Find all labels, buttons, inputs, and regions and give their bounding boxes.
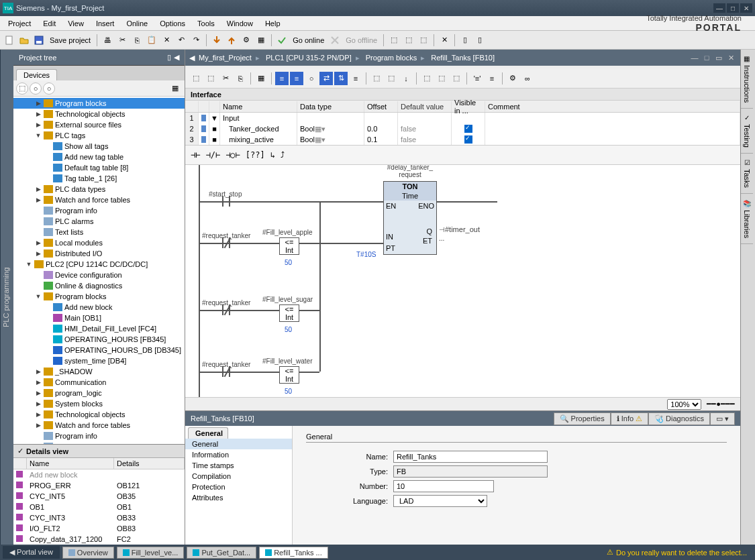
et15-icon[interactable]: ⬚: [420, 72, 434, 85]
menu-view[interactable]: View: [62, 18, 89, 29]
tree-node[interactable]: ▼Program blocks: [13, 291, 185, 302]
tree-node[interactable]: Show all tags: [13, 141, 185, 152]
details-row[interactable]: I/O_FLT2OB83: [13, 523, 185, 534]
interface-row[interactable]: 2■ Tanker_dockedBool ▦▾0.0false: [185, 123, 740, 134]
ed-max-icon[interactable]: □: [701, 53, 712, 62]
tree-node[interactable]: Program info: [13, 431, 185, 441]
tree-node[interactable]: ▼PLC2 [CPU 1214C DC/DC/DC]: [13, 259, 185, 270]
menu-insert[interactable]: Insert: [91, 18, 120, 29]
menu-options[interactable]: Options: [154, 18, 191, 29]
menu-project[interactable]: Project: [3, 18, 36, 29]
lad-coil[interactable]: ⊣○⊢: [225, 150, 240, 160]
t3-icon[interactable]: ⬚: [417, 34, 430, 47]
side-tab-testing[interactable]: ✓ Testing: [741, 109, 753, 154]
doc-refill-tanks[interactable]: Refill_Tanks ...: [259, 547, 328, 559]
tree-node[interactable]: ▼PLC tags: [13, 130, 185, 141]
details-row[interactable]: Add new block: [13, 469, 185, 480]
tree-opt-icon[interactable]: ▦: [168, 82, 182, 95]
collapse-icon[interactable]: ▯: [167, 53, 171, 62]
side-tab-tasks[interactable]: ☑ Tasks: [741, 154, 753, 194]
tab-info[interactable]: ℹInfo⚠: [611, 412, 648, 425]
left-vertical-tab[interactable]: PLC programming: [0, 50, 13, 545]
delete-icon[interactable]: ✕: [160, 34, 173, 47]
side-tab-libraries[interactable]: 📚 Libraries: [741, 194, 753, 244]
tree-node[interactable]: ▶program_logic: [13, 388, 185, 398]
et7-icon[interactable]: ≡: [290, 72, 303, 85]
nav-up-icon[interactable]: ○: [30, 82, 42, 95]
details-row[interactable]: CYC_INT3OB33: [13, 512, 185, 523]
contact-req-tanker-2[interactable]: [222, 304, 230, 315]
t4-icon[interactable]: ✕: [438, 34, 451, 47]
tree-node[interactable]: HMI_Detail_Fill_Level [FC4]: [13, 323, 185, 334]
tree-node[interactable]: ▶PLC data types: [13, 184, 185, 194]
print-icon[interactable]: 🖶: [101, 34, 114, 47]
et18-icon[interactable]: '≡': [470, 72, 484, 85]
tree-node[interactable]: Device configuration: [13, 270, 185, 280]
tree-node[interactable]: PLC alarms: [13, 216, 185, 227]
tree-node[interactable]: ▶Watch and force tables: [13, 194, 185, 205]
et4-icon[interactable]: ⎘: [234, 72, 247, 85]
tree-node[interactable]: ▶_SHADOW: [13, 366, 185, 377]
devices-tab[interactable]: Devices: [16, 69, 57, 80]
interface-row[interactable]: 1▼Input: [185, 113, 740, 123]
nav-fwd-icon[interactable]: ○: [43, 82, 55, 95]
ton-block[interactable]: TON Time ENENO Q ET IN PT: [383, 181, 437, 255]
tree-node[interactable]: OPERATING_HOURS [FB345]: [13, 334, 185, 345]
side-tab-instructions[interactable]: ▦ Instructions: [741, 50, 753, 109]
details-row[interactable]: CYC_INT5OB35: [13, 491, 185, 502]
language-select[interactable]: LAD: [393, 495, 487, 507]
tree-node[interactable]: ▶Local modules: [13, 237, 185, 248]
nav-timestamps[interactable]: Time stamps: [185, 460, 292, 471]
new-icon[interactable]: [3, 34, 16, 47]
tree-node[interactable]: Program info: [13, 205, 185, 216]
nav-general[interactable]: General: [185, 439, 292, 449]
arrow-left-icon[interactable]: ◀: [174, 53, 179, 62]
tree-node[interactable]: OPERATING_HOURS_DB [DB345]: [13, 345, 185, 355]
zoom-slider[interactable]: ━━●━━━: [707, 400, 735, 408]
menu-window[interactable]: Window: [221, 18, 258, 29]
tool2-icon[interactable]: ▦: [254, 34, 268, 47]
tree-node[interactable]: ▶Communication: [13, 377, 185, 388]
et1-icon[interactable]: ⬚: [189, 72, 203, 85]
tree-node[interactable]: system_time [DB4]: [13, 355, 185, 366]
go-online-button[interactable]: Go online: [290, 36, 327, 44]
lad-no-contact[interactable]: ⊣⊢: [191, 150, 200, 160]
nav-information[interactable]: Information: [185, 449, 292, 460]
tree-node[interactable]: Default tag table [8]: [13, 162, 185, 173]
tab-collapse[interactable]: ▭ ▾: [710, 412, 735, 425]
lad-box[interactable]: [??]: [246, 150, 265, 160]
number-field[interactable]: [393, 480, 494, 492]
et19-icon[interactable]: ≡: [485, 72, 499, 85]
t1-icon[interactable]: ⬚: [387, 34, 401, 47]
et10-icon[interactable]: ⇅: [334, 72, 348, 85]
details-row[interactable]: PROG_ERROB121: [13, 480, 185, 491]
t2-icon[interactable]: ⬚: [402, 34, 415, 47]
interface-row[interactable]: 3■ mixing_activeBool ▦▾0.1false: [185, 134, 740, 145]
compare-water[interactable]: <=Int: [279, 366, 299, 384]
et21-icon[interactable]: ∞: [521, 72, 534, 85]
save-project-button[interactable]: Save project: [47, 36, 93, 44]
undo-icon[interactable]: ↶: [174, 34, 188, 47]
t6-icon[interactable]: ▯: [473, 34, 487, 47]
copy-icon[interactable]: ⎘: [130, 34, 144, 47]
tab-properties[interactable]: 🔍Properties: [554, 412, 611, 425]
tab-diagnostics[interactable]: 🩺Diagnostics: [648, 412, 710, 425]
minimize-button[interactable]: —: [713, 3, 725, 13]
compare-apple[interactable]: <=Int: [279, 237, 299, 255]
goonline-icon[interactable]: [275, 34, 289, 47]
contact-req-tanker-3[interactable]: [222, 366, 230, 377]
et8-icon[interactable]: ○: [305, 72, 318, 85]
nav-attributes[interactable]: Attributes: [185, 492, 292, 503]
et17-icon[interactable]: ⬚: [450, 72, 463, 85]
tree-node[interactable]: Tag table_1 [26]: [13, 173, 185, 184]
et13-icon[interactable]: ⬚: [385, 72, 398, 85]
download-icon[interactable]: [210, 34, 223, 47]
menu-help[interactable]: Help: [260, 18, 286, 29]
tree-node[interactable]: ▶Technological objects: [13, 109, 185, 119]
lad-branch[interactable]: ↳: [270, 150, 275, 160]
upload-icon[interactable]: [225, 34, 238, 47]
tree-node[interactable]: ▶External source files: [13, 119, 185, 130]
ladder-canvas[interactable]: #delay_tanker_ request TON Time ENENO Q …: [185, 165, 740, 397]
doc-put-get[interactable]: Put_Get_Dat...: [187, 547, 256, 559]
et20-icon[interactable]: ⚙: [506, 72, 519, 85]
